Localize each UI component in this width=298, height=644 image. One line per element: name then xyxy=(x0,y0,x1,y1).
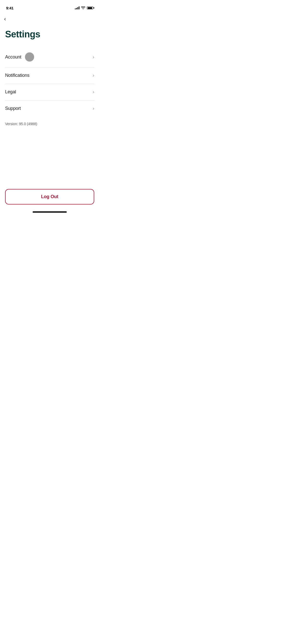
page-title: Settings xyxy=(0,24,99,47)
menu-item-label-support: Support xyxy=(5,106,21,111)
back-button[interactable]: ‹ xyxy=(0,14,10,24)
battery-icon xyxy=(87,6,93,9)
menu-item-label-legal: Legal xyxy=(5,89,16,95)
menu-item-label-notifications: Notifications xyxy=(5,73,29,78)
logout-container: Log Out xyxy=(5,189,94,204)
version-text: Version: 95.0 (4988) xyxy=(0,117,99,131)
chevron-right-icon-support: › xyxy=(93,106,94,111)
menu-list: Account › Notifications › Legal › Suppor… xyxy=(0,47,99,117)
status-bar: 9:41 xyxy=(0,0,99,12)
back-chevron-icon: ‹ xyxy=(4,16,6,22)
chevron-right-icon-legal: › xyxy=(93,89,94,95)
status-icons xyxy=(75,6,93,10)
home-indicator xyxy=(33,211,67,213)
chevron-right-icon-account: › xyxy=(93,54,94,60)
logout-button[interactable]: Log Out xyxy=(5,189,94,204)
status-time: 9:41 xyxy=(6,6,13,10)
account-avatar xyxy=(25,52,34,62)
menu-item-notifications[interactable]: Notifications › xyxy=(0,67,99,84)
wifi-icon xyxy=(81,6,85,10)
menu-item-label-account: Account xyxy=(5,54,21,60)
menu-item-legal[interactable]: Legal › xyxy=(0,84,99,100)
menu-item-support[interactable]: Support › xyxy=(0,100,99,117)
signal-icon xyxy=(75,6,79,9)
menu-item-account[interactable]: Account › xyxy=(0,47,99,67)
chevron-right-icon-notifications: › xyxy=(93,73,94,78)
